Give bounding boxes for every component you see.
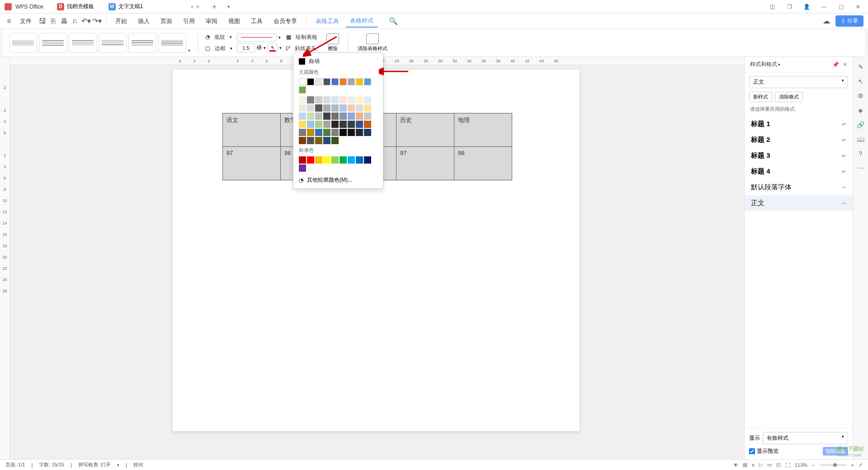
pen-color-dropdown[interactable]: ▾ [279,46,282,50]
zoom-level[interactable]: 113% [795,462,807,468]
color-swatch[interactable] [299,78,306,85]
color-swatch[interactable] [315,78,322,85]
preview-checkbox-row[interactable]: 显示预览 智能排版 [749,447,848,456]
share-button[interactable]: ⇪ 分享 [835,15,863,27]
color-swatch[interactable] [340,156,347,164]
color-swatch[interactable] [331,129,339,136]
color-swatch[interactable] [331,156,339,164]
color-swatch[interactable] [315,156,322,164]
format-icon[interactable]: ✎ [856,62,865,71]
color-swatch[interactable] [331,121,339,128]
table-cell[interactable]: 98 [454,147,512,180]
view-icon[interactable]: 👁 [733,462,738,468]
cube-icon[interactable]: ❒ [784,1,795,12]
display-filter-select[interactable]: 有效样式▾ [763,432,848,444]
color-swatch[interactable] [323,78,330,85]
table-style-3[interactable] [69,33,97,53]
color-swatch[interactable] [307,156,314,164]
settings-icon[interactable]: ⚙ [856,91,865,100]
link-icon[interactable]: 🔗 [856,120,865,129]
color-auto-row[interactable]: 自动 [293,56,383,67]
erase-button[interactable]: 擦除 [325,32,341,54]
web-layout-icon[interactable]: ◰ [776,462,781,468]
tab-templates[interactable]: D 找稻壳模板 [52,1,99,12]
pin-icon[interactable]: 📌 [832,61,839,68]
menu-insert[interactable]: 插入 [133,15,154,27]
menu-view[interactable]: 视图 [224,15,245,27]
color-swatch[interactable] [299,104,306,112]
color-swatch[interactable] [364,96,371,103]
dropdown-icon[interactable]: ▾ [230,35,232,39]
table-style-1[interactable] [9,33,37,53]
zoom-out-button[interactable]: − [812,462,815,468]
table-cell[interactable]: 97 [396,147,454,180]
shading-button[interactable]: 底纹 [212,33,228,42]
word-count[interactable]: 字数: 15/15 [39,461,64,468]
color-swatch[interactable] [348,156,355,164]
color-swatch[interactable] [356,96,363,103]
file-menu[interactable]: 文件 [15,15,36,27]
style-list-item[interactable]: 标题 2↵ [745,132,853,148]
color-swatch[interactable] [299,121,306,128]
tab-close-icon[interactable]: • [191,3,193,10]
color-swatch[interactable] [356,121,363,128]
color-swatch[interactable] [340,96,347,103]
window-layout-icon[interactable]: ◫ [767,1,778,12]
help-icon[interactable]: ? [856,149,865,158]
color-swatch[interactable] [323,137,330,144]
table-style-2[interactable] [39,33,67,53]
color-swatch[interactable] [307,104,314,112]
line-weight-input[interactable]: 1.5 [237,43,255,52]
color-swatch[interactable] [307,78,314,85]
border-button[interactable]: 边框 [212,44,228,53]
tab-document[interactable]: W 文字文稿1 • × [103,1,205,12]
color-swatch[interactable] [331,78,339,85]
color-swatch[interactable] [356,113,363,120]
close-panel-icon[interactable]: ✕ [843,61,847,68]
color-swatch[interactable] [299,164,306,172]
color-swatch[interactable] [299,96,306,103]
color-swatch[interactable] [323,104,330,112]
shading-icon[interactable]: ◔ [205,34,210,40]
print-layout-icon[interactable]: ▤ [743,462,747,468]
color-swatch[interactable] [348,129,355,136]
table-cell[interactable]: 语文 [223,113,281,147]
layers-icon[interactable]: ◈ [856,106,865,115]
dropdown-icon[interactable]: ▾ [264,46,266,50]
redo-icon[interactable]: ↷▾ [92,17,101,26]
play-icon[interactable]: ▷ [759,462,763,468]
color-swatch[interactable] [356,129,363,136]
color-swatch[interactable] [340,129,347,136]
color-swatch[interactable] [307,121,314,128]
color-swatch[interactable] [315,113,322,120]
menu-start[interactable]: 开始 [111,15,132,27]
draw-table-icon[interactable]: ▦ [286,34,291,40]
save-icon[interactable]: 🖫 [38,17,47,26]
clear-format-button[interactable]: 清除格式 [775,92,803,102]
table-cell[interactable]: 地理 [454,113,512,147]
color-swatch[interactable] [331,113,339,120]
maximize-button[interactable]: ▢ [835,1,846,12]
menu-table-style[interactable]: 表格样式 [345,15,378,28]
color-swatch[interactable] [315,96,322,103]
menu-reference[interactable]: 引用 [179,15,199,27]
clear-style-button[interactable]: 清除表格样式 [356,32,389,54]
print-icon[interactable]: 🖶 [60,17,69,26]
color-swatch[interactable] [340,121,347,128]
zoom-in-button[interactable]: + [851,462,854,468]
search-icon[interactable]: 🔍 [389,17,398,26]
new-tab-button[interactable]: + [209,3,220,11]
tab-close-icon[interactable]: × [196,3,199,10]
print-preview-icon[interactable]: ⎘ [49,17,58,26]
table-cell[interactable]: 历史 [396,113,454,147]
close-window-button[interactable]: ✕ [853,1,863,12]
undo-icon[interactable]: ↶▾ [81,17,90,26]
color-swatch[interactable] [364,121,371,128]
color-swatch[interactable] [299,113,306,120]
color-swatch[interactable] [307,96,314,103]
menu-page[interactable]: 页面 [156,15,177,27]
color-swatch[interactable] [315,129,322,136]
color-swatch[interactable] [323,156,330,164]
color-swatch[interactable] [307,113,314,120]
style-list-item[interactable]: 标题 4↵ [745,164,853,179]
